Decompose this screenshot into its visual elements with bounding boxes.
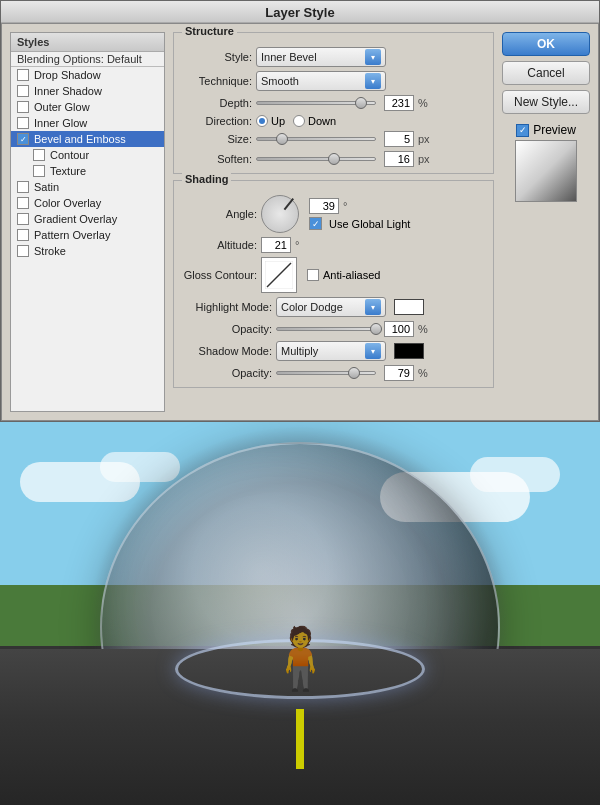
pattern-overlay-checkbox[interactable] <box>17 229 29 241</box>
angle-input[interactable] <box>309 198 339 214</box>
shadow-opacity-thumb <box>348 367 360 379</box>
highlight-mode-select[interactable]: Color Dodge ▾ <box>276 297 386 317</box>
cancel-button[interactable]: Cancel <box>502 61 590 85</box>
outer-glow-checkbox[interactable] <box>17 101 29 113</box>
anti-aliased-container: Anti-aliased <box>307 269 380 281</box>
ok-button[interactable]: OK <box>502 32 590 56</box>
preview-text: Preview <box>533 123 576 137</box>
depth-slider[interactable] <box>256 101 376 105</box>
styles-header: Styles <box>11 33 164 52</box>
soften-slider[interactable] <box>256 157 376 161</box>
shadow-opacity-row: Opacity: % <box>182 365 485 381</box>
global-light-checkbox[interactable]: ✓ <box>309 217 322 230</box>
direction-up-label: Up <box>271 115 285 127</box>
anti-aliased-checkbox[interactable] <box>307 269 319 281</box>
size-unit: px <box>418 133 430 145</box>
sidebar-item-color-overlay[interactable]: Color Overlay <box>11 195 164 211</box>
drop-shadow-checkbox[interactable] <box>17 69 29 81</box>
technique-select[interactable]: Smooth ▾ <box>256 71 386 91</box>
structure-section: Structure Style: Inner Bevel ▾ Technique… <box>173 32 494 174</box>
soften-label: Soften: <box>182 153 252 165</box>
size-label: Size: <box>182 133 252 145</box>
gloss-contour-label: Gloss Contour: <box>182 269 257 281</box>
style-label: Style: <box>182 51 252 63</box>
gradient-overlay-checkbox[interactable] <box>17 213 29 225</box>
altitude-input[interactable] <box>261 237 291 253</box>
highlight-mode-arrow: ▾ <box>365 299 381 315</box>
depth-thumb <box>355 97 367 109</box>
inner-glow-label: Inner Glow <box>34 117 87 129</box>
depth-label: Depth: <box>182 97 252 109</box>
cloud-4 <box>470 457 560 492</box>
contour-curve-svg <box>265 261 293 289</box>
direction-down-radio[interactable] <box>293 115 305 127</box>
sidebar-item-pattern-overlay[interactable]: Pattern Overlay <box>11 227 164 243</box>
style-select[interactable]: Inner Bevel ▾ <box>256 47 386 67</box>
sidebar-item-inner-shadow[interactable]: Inner Shadow <box>11 83 164 99</box>
contour-checkbox[interactable] <box>33 149 45 161</box>
direction-up-radio[interactable] <box>256 115 268 127</box>
highlight-color-swatch[interactable] <box>394 299 424 315</box>
sidebar-item-stroke[interactable]: Stroke <box>11 243 164 259</box>
sidebar-item-texture[interactable]: Texture <box>11 163 164 179</box>
direction-label: Direction: <box>182 115 252 127</box>
satin-label: Satin <box>34 181 59 193</box>
highlight-opacity-slider[interactable] <box>276 327 376 331</box>
technique-select-arrow: ▾ <box>365 73 381 89</box>
outer-glow-label: Outer Glow <box>34 101 90 113</box>
sidebar-item-gradient-overlay[interactable]: Gradient Overlay <box>11 211 164 227</box>
soften-thumb <box>328 153 340 165</box>
stroke-checkbox[interactable] <box>17 245 29 257</box>
preview-area: ✓ Preview <box>502 123 590 202</box>
inner-glow-checkbox[interactable] <box>17 117 29 129</box>
contour-label: Contour <box>50 149 89 161</box>
shadow-color-swatch[interactable] <box>394 343 424 359</box>
stroke-label: Stroke <box>34 245 66 257</box>
highlight-opacity-input[interactable] <box>384 321 414 337</box>
sidebar-item-drop-shadow[interactable]: Drop Shadow <box>11 67 164 83</box>
preview-checkbox[interactable]: ✓ <box>516 124 529 137</box>
sidebar-item-inner-glow[interactable]: Inner Glow <box>11 115 164 131</box>
dialog-title-bar: Layer Style <box>1 1 599 23</box>
drop-shadow-label: Drop Shadow <box>34 69 101 81</box>
depth-input[interactable] <box>384 95 414 111</box>
direction-up-item[interactable]: Up <box>256 115 285 127</box>
size-slider[interactable] <box>256 137 376 141</box>
inner-shadow-checkbox[interactable] <box>17 85 29 97</box>
sidebar-item-contour[interactable]: Contour <box>11 147 164 163</box>
anti-aliased-label: Anti-aliased <box>323 269 380 281</box>
color-overlay-label: Color Overlay <box>34 197 101 209</box>
angle-dial[interactable] <box>261 195 299 233</box>
shading-title: Shading <box>182 173 231 185</box>
technique-label: Technique: <box>182 75 252 87</box>
background-scene: 🧍 <box>0 422 600 805</box>
satin-checkbox[interactable] <box>17 181 29 193</box>
gloss-contour-row: Gloss Contour: Anti-aliased <box>182 257 485 293</box>
shadow-opacity-slider[interactable] <box>276 371 376 375</box>
highlight-mode-row: Highlight Mode: Color Dodge ▾ <box>182 297 485 317</box>
shadow-mode-row: Shadow Mode: Multiply ▾ <box>182 341 485 361</box>
shadow-mode-select[interactable]: Multiply ▾ <box>276 341 386 361</box>
size-row: Size: px <box>182 131 485 147</box>
color-overlay-checkbox[interactable] <box>17 197 29 209</box>
texture-checkbox[interactable] <box>33 165 45 177</box>
contour-preview[interactable] <box>261 257 297 293</box>
sidebar-item-bevel-emboss[interactable]: ✓ Bevel and Emboss <box>11 131 164 147</box>
size-input[interactable] <box>384 131 414 147</box>
inner-shadow-label: Inner Shadow <box>34 85 102 97</box>
preview-thumb-inner <box>516 141 576 201</box>
shadow-mode-label: Shadow Mode: <box>182 345 272 357</box>
preview-thumbnail <box>515 140 577 202</box>
direction-down-item[interactable]: Down <box>293 115 336 127</box>
dialog-title: Layer Style <box>265 5 334 20</box>
blending-options-label[interactable]: Blending Options: Default <box>11 52 164 67</box>
global-light-row: ✓ Use Global Light <box>309 217 410 230</box>
sidebar-item-outer-glow[interactable]: Outer Glow <box>11 99 164 115</box>
preview-label-row: ✓ Preview <box>516 123 576 137</box>
soften-input[interactable] <box>384 151 414 167</box>
sidebar-item-satin[interactable]: Satin <box>11 179 164 195</box>
bevel-emboss-checkbox[interactable]: ✓ <box>17 133 29 145</box>
new-style-button[interactable]: New Style... <box>502 90 590 114</box>
direction-row: Direction: Up Down <box>182 115 485 127</box>
shadow-opacity-input[interactable] <box>384 365 414 381</box>
